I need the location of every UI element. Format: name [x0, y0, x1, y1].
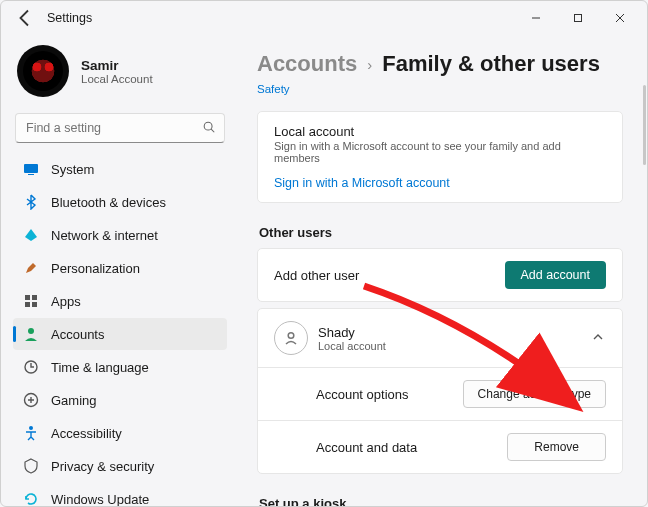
back-button[interactable]: [13, 6, 37, 30]
other-users-heading: Other users: [259, 225, 623, 240]
sidebar-item-label: Gaming: [51, 393, 97, 408]
person-icon: [23, 326, 39, 342]
profile-name: Samir: [81, 58, 153, 73]
sidebar-item-update[interactable]: Windows Update: [13, 483, 227, 506]
user-expanded-panel: Shady Local account Account options Chan…: [257, 308, 623, 474]
sidebar-item-label: Bluetooth & devices: [51, 195, 166, 210]
search-box[interactable]: [15, 113, 225, 143]
sidebar-item-apps[interactable]: Apps: [13, 285, 227, 317]
breadcrumb: Accounts › Family & other users: [257, 51, 623, 77]
safety-link[interactable]: Safety: [257, 83, 623, 95]
account-options-row: Account options Change account type: [258, 368, 622, 421]
add-user-label: Add other user: [274, 268, 505, 283]
add-other-user-row: Add other user Add account: [258, 249, 622, 301]
titlebar: Settings: [1, 1, 647, 35]
sidebar-item-label: Accessibility: [51, 426, 122, 441]
chevron-up-icon: [592, 329, 606, 347]
avatar: [17, 45, 69, 97]
display-icon: [23, 161, 39, 177]
svg-point-13: [29, 426, 33, 430]
sidebar-item-system[interactable]: System: [13, 153, 227, 185]
ms-card-subtitle: Sign in with a Microsoft account to see …: [274, 140, 606, 164]
bluetooth-icon: [23, 194, 39, 210]
paintbrush-icon: [23, 260, 39, 276]
clock-icon: [23, 359, 39, 375]
shield-icon: [23, 458, 39, 474]
sidebar-item-privacy[interactable]: Privacy & security: [13, 450, 227, 482]
gaming-icon: [23, 392, 39, 408]
sidebar-item-bluetooth[interactable]: Bluetooth & devices: [13, 186, 227, 218]
other-users-panel: Add other user Add account: [257, 248, 623, 302]
search-input[interactable]: [24, 120, 196, 136]
sidebar-item-label: System: [51, 162, 94, 177]
sidebar-item-time[interactable]: Time & language: [13, 351, 227, 383]
nav-list: System Bluetooth & devices Network & int…: [13, 153, 227, 506]
wifi-icon: [23, 227, 39, 243]
svg-point-10: [28, 328, 34, 334]
sign-in-link[interactable]: Sign in with a Microsoft account: [274, 176, 606, 190]
account-options-label: Account options: [316, 387, 463, 402]
kiosk-heading: Set up a kiosk: [259, 496, 623, 506]
sidebar-item-accessibility[interactable]: Accessibility: [13, 417, 227, 449]
scrollbar[interactable]: [643, 85, 646, 165]
account-data-label: Account and data: [316, 440, 507, 455]
sidebar-item-label: Personalization: [51, 261, 140, 276]
svg-point-2: [204, 122, 212, 130]
update-icon: [23, 491, 39, 506]
sidebar-item-accounts[interactable]: Accounts: [13, 318, 227, 350]
maximize-button[interactable]: [557, 4, 599, 32]
close-button[interactable]: [599, 4, 641, 32]
ms-account-card: Local account Sign in with a Microsoft a…: [257, 111, 623, 203]
svg-line-3: [211, 129, 214, 132]
svg-point-14: [288, 333, 294, 339]
svg-rect-4: [24, 164, 38, 173]
sidebar-item-network[interactable]: Network & internet: [13, 219, 227, 251]
sidebar: Samir Local Account System Bluetooth & d…: [1, 35, 239, 506]
change-account-type-button[interactable]: Change account type: [463, 380, 606, 408]
profile-subtitle: Local Account: [81, 73, 153, 85]
svg-rect-7: [32, 295, 37, 300]
breadcrumb-current: Family & other users: [382, 51, 600, 77]
sidebar-item-label: Network & internet: [51, 228, 158, 243]
add-account-button[interactable]: Add account: [505, 261, 607, 289]
svg-rect-6: [25, 295, 30, 300]
svg-rect-1: [575, 15, 582, 22]
apps-icon: [23, 293, 39, 309]
person-outline-icon: [274, 321, 308, 355]
svg-rect-9: [32, 302, 37, 307]
sidebar-item-label: Time & language: [51, 360, 149, 375]
profile-block[interactable]: Samir Local Account: [13, 43, 227, 111]
user-subtitle: Local account: [318, 340, 592, 352]
user-name: Shady: [318, 325, 592, 340]
breadcrumb-parent[interactable]: Accounts: [257, 51, 357, 77]
minimize-button[interactable]: [515, 4, 557, 32]
svg-rect-5: [28, 174, 34, 175]
sidebar-item-label: Accounts: [51, 327, 104, 342]
search-icon: [196, 120, 216, 137]
accessibility-icon: [23, 425, 39, 441]
ms-card-title: Local account: [274, 124, 606, 139]
main-content: Accounts › Family & other users Safety L…: [239, 35, 647, 506]
sidebar-item-label: Privacy & security: [51, 459, 154, 474]
remove-button[interactable]: Remove: [507, 433, 606, 461]
user-row-shady[interactable]: Shady Local account: [258, 309, 622, 368]
sidebar-item-label: Apps: [51, 294, 81, 309]
account-data-row: Account and data Remove: [258, 421, 622, 473]
svg-rect-8: [25, 302, 30, 307]
sidebar-item-gaming[interactable]: Gaming: [13, 384, 227, 416]
chevron-right-icon: ›: [367, 56, 372, 73]
sidebar-item-personalization[interactable]: Personalization: [13, 252, 227, 284]
app-title: Settings: [47, 11, 92, 25]
sidebar-item-label: Windows Update: [51, 492, 149, 507]
